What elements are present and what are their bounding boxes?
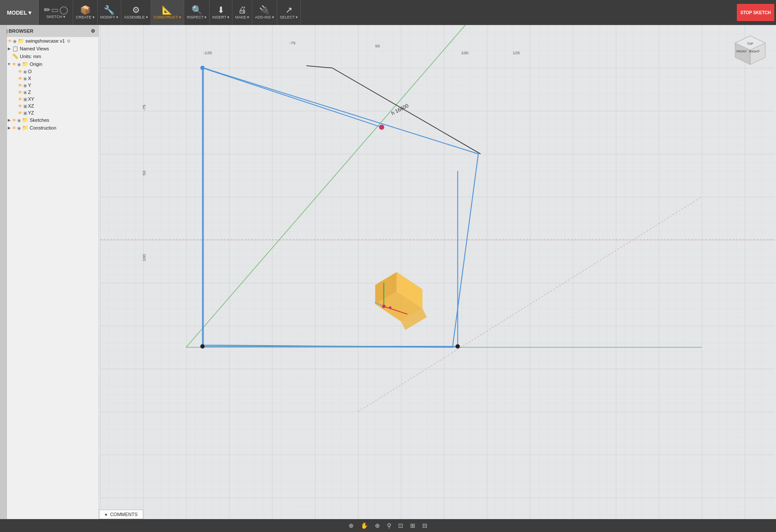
insert-label: INSERT ▾ xyxy=(212,15,229,19)
yz-vis-icon: ▣ xyxy=(23,111,27,115)
y-eye-icon: 👁 xyxy=(18,83,22,88)
origin-label: Origin xyxy=(30,62,42,67)
comments-label: COMMENTS xyxy=(110,512,138,517)
y-vis-icon: ◉ xyxy=(23,83,27,88)
x-label: X xyxy=(28,76,31,81)
sketches-vis-icon: ◉ xyxy=(17,118,21,123)
comments-bar[interactable]: ● COMMENTS xyxy=(99,510,143,519)
status-snap-btn[interactable]: ⊕ xyxy=(347,522,356,529)
y-label: Y xyxy=(28,83,31,88)
addins-label: ADD-INS ▾ xyxy=(255,15,274,19)
navigation-cube[interactable]: RIGHT FRONT TOP xyxy=(733,34,767,68)
named-views-arrow: ▶ xyxy=(6,46,12,51)
svg-text:TOP: TOP xyxy=(747,42,754,45)
svg-text:50: 50 xyxy=(375,43,380,48)
browser-origin-x[interactable]: 👁 ◉ X xyxy=(0,75,99,82)
toolbar-sketch-group[interactable]: ✏ ▭ ◯ SKETCH ▾ xyxy=(39,0,73,25)
root-settings-icon[interactable]: ⚙ xyxy=(67,39,71,43)
inspect-label: INSPECT ▾ xyxy=(187,15,207,19)
toolbar-insert-group[interactable]: ⬇ INSERT ▾ xyxy=(210,0,232,25)
xz-label: XZ xyxy=(28,103,34,108)
status-pan-btn[interactable]: ✋ xyxy=(359,522,370,529)
status-zoom-btn[interactable]: ⚲ xyxy=(385,522,393,529)
browser-units[interactable]: 📏 Units: mm xyxy=(0,53,99,60)
named-views-icon: 📋 xyxy=(12,46,19,52)
toolbar-construct-group[interactable]: 📐 CONSTRUCT ▾ xyxy=(151,0,184,25)
stop-sketch-button[interactable]: STOP SKETCH xyxy=(737,4,774,21)
x-eye-icon: 👁 xyxy=(18,76,22,81)
assemble-label: ASSEMBLE ▾ xyxy=(124,15,148,19)
svg-text:100: 100 xyxy=(142,254,146,261)
status-display-btn[interactable]: ⊞ xyxy=(408,522,417,529)
select-icon: ↗ xyxy=(285,6,293,14)
named-views-label: Named Views xyxy=(20,46,49,51)
browser-header: ◀ BROWSER ⚙ xyxy=(0,25,99,37)
sketches-label: Sketches xyxy=(30,118,49,123)
svg-text:100: 100 xyxy=(461,50,468,55)
svg-text:FRONT: FRONT xyxy=(736,50,747,53)
toolbar-addins-group[interactable]: 🔌 ADD-INS ▾ xyxy=(252,0,277,25)
toolbar-select-group[interactable]: ↗ SELECT ▾ xyxy=(277,0,301,25)
stop-sketch-label: STOP SKETCH xyxy=(740,10,771,15)
o-label: O xyxy=(28,69,32,74)
select-label: SELECT ▾ xyxy=(280,15,298,19)
construction-arrow: ▶ xyxy=(6,126,12,130)
svg-text:125: 125 xyxy=(513,50,520,55)
insert-icon: ⬇ xyxy=(217,6,225,14)
viewport-svg: h 16600 -1 xyxy=(99,25,776,519)
construct-label: CONSTRUCT ▾ xyxy=(154,15,181,19)
construct-icon: 📐 xyxy=(162,6,173,14)
xy-vis-icon: ▣ xyxy=(23,97,27,102)
status-settings-btn[interactable]: ⊟ xyxy=(420,522,429,529)
construction-eye-icon: 👁 xyxy=(12,126,16,130)
o-vis-icon: ◉ xyxy=(23,69,27,74)
assemble-icon: ⚙ xyxy=(132,6,140,14)
browser-settings-icon[interactable]: ⚙ xyxy=(91,28,95,34)
browser-title: BROWSER xyxy=(9,28,33,34)
construction-label: Construction xyxy=(30,125,56,130)
construction-folder-icon: 📁 xyxy=(22,125,28,131)
origin-arrow: ▼ xyxy=(6,62,12,66)
make-label: MAKE ▾ xyxy=(235,15,249,19)
browser-origin-o[interactable]: 👁 ◉ O xyxy=(0,68,99,75)
model-menu-button[interactable]: MODEL ▾ xyxy=(0,0,39,25)
modify-label: MODIFY ▾ xyxy=(100,15,118,19)
root-vis-icon: ◉ xyxy=(13,39,17,43)
browser-root-label: swingshowcase v1 xyxy=(25,38,65,43)
browser-construction[interactable]: ▶ 👁 ◉ 📁 Construction xyxy=(0,124,99,132)
browser-origin[interactable]: ▼ 👁 ◉ 📁 Origin xyxy=(0,60,99,68)
browser-origin-xy[interactable]: 👁 ▣ XY xyxy=(0,96,99,102)
root-eye-icon: 👁 xyxy=(8,39,12,43)
toolbar-assemble-group[interactable]: ⚙ ASSEMBLE ▾ xyxy=(121,0,151,25)
browser-root-item[interactable]: ▼ 👁 ◉ 📁 swingshowcase v1 ⚙ xyxy=(0,37,99,45)
svg-point-18 xyxy=(380,125,384,130)
left-collapse-panel[interactable] xyxy=(0,25,7,519)
sketch-label: SKETCH ▾ xyxy=(46,15,65,19)
inspect-icon: 🔍 xyxy=(192,6,202,14)
yz-label: YZ xyxy=(28,110,34,115)
construction-vis-icon: ◉ xyxy=(17,126,21,130)
main-viewport[interactable]: h 16600 -1 xyxy=(99,25,776,519)
browser-named-views[interactable]: ▶ 📋 Named Views xyxy=(0,45,99,53)
browser-origin-yz[interactable]: 👁 ▣ YZ xyxy=(0,109,99,116)
toolbar-inspect-group[interactable]: 🔍 INSPECT ▾ xyxy=(184,0,210,25)
units-icon: 📏 xyxy=(12,53,19,59)
status-zoom-in-btn[interactable]: ⊕ xyxy=(373,522,382,529)
svg-point-27 xyxy=(389,306,392,309)
browser-sketches[interactable]: ▶ 👁 ◉ 📁 Sketches xyxy=(0,116,99,124)
browser-origin-xz[interactable]: 👁 ▣ XZ xyxy=(0,102,99,109)
origin-vis-icon: ◉ xyxy=(17,62,21,67)
status-grid-btn[interactable]: ⊡ xyxy=(396,522,405,529)
modify-icon: 🔧 xyxy=(104,6,114,14)
svg-text:-75: -75 xyxy=(289,40,296,45)
browser-origin-z[interactable]: 👁 ◉ Z xyxy=(0,89,99,96)
toolbar-modify-group[interactable]: 🔧 MODIFY ▾ xyxy=(98,0,121,25)
toolbar-create-group[interactable]: 📦 CREATE ▾ xyxy=(73,0,97,25)
browser-origin-y[interactable]: 👁 ◉ Y xyxy=(0,82,99,89)
addins-icon: 🔌 xyxy=(259,6,270,14)
toolbar-make-group[interactable]: 🖨 MAKE ▾ xyxy=(232,0,252,25)
xy-eye-icon: 👁 xyxy=(18,97,22,102)
model-label: MODEL ▾ xyxy=(7,9,31,16)
create-icon: 📦 xyxy=(80,6,91,14)
xz-eye-icon: 👁 xyxy=(18,104,22,108)
